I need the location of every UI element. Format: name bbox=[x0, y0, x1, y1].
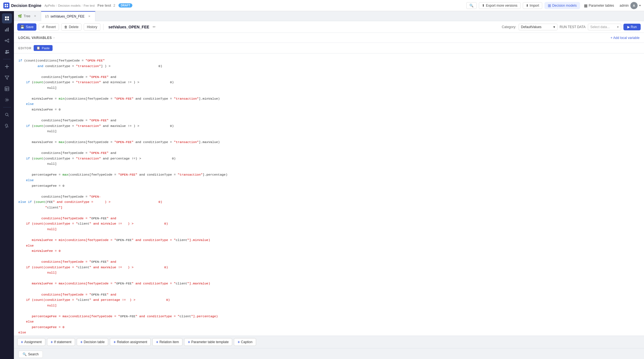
sidebar-item-users[interactable] bbox=[2, 47, 12, 57]
sidebar-item-search2[interactable] bbox=[2, 121, 12, 131]
parameter-tables-icon: ▦ bbox=[584, 3, 588, 8]
search-button-top[interactable]: 🔍 bbox=[466, 2, 477, 9]
editor-section: EDITOR 📋 Paste if (count(conditions[feeT… bbox=[14, 43, 644, 359]
sidebar-item-flow[interactable] bbox=[2, 36, 12, 46]
svg-rect-4 bbox=[5, 16, 7, 18]
sidebar-item-table[interactable] bbox=[2, 84, 12, 94]
sidebar-item-search[interactable] bbox=[2, 110, 12, 120]
chevron-down-icon-2: ▾ bbox=[617, 25, 619, 29]
toolbar: 💾 Save ↺ Revert 🗑 Delete History setValu… bbox=[14, 21, 644, 33]
sidebar-item-grid[interactable] bbox=[2, 13, 12, 23]
svg-point-28 bbox=[6, 113, 8, 116]
tree-icon: 🌿 bbox=[18, 14, 22, 18]
chevron-right-icon: › bbox=[53, 36, 54, 39]
toolbar-right: Category: DefaultValues ▾ RUN TEST DATA … bbox=[502, 24, 641, 30]
svg-rect-1 bbox=[7, 4, 8, 5]
revert-icon: ↺ bbox=[42, 25, 44, 29]
delete-icon: 🗑 bbox=[64, 25, 68, 29]
if-statement-button[interactable]: + If statement bbox=[47, 338, 75, 346]
svg-point-18 bbox=[8, 50, 9, 51]
sidebar-item-add[interactable] bbox=[2, 62, 12, 72]
svg-rect-21 bbox=[5, 66, 9, 67]
chevron-down-icon: ▾ bbox=[639, 4, 641, 7]
svg-rect-2 bbox=[5, 6, 6, 7]
history-button[interactable]: History bbox=[84, 23, 100, 31]
import-icon: ⬇ bbox=[526, 4, 529, 8]
breadcrumb: ApPello / Decision models / Fee test Fee… bbox=[44, 3, 464, 8]
decision-table-button[interactable]: + Decision table bbox=[77, 338, 108, 346]
content-area: 🌿 Tree ✕ ⟨/⟩ setValues_OPEN_FEE ✕ 💾 Save… bbox=[14, 11, 644, 359]
export-button[interactable]: ⬆ Export more versions bbox=[479, 2, 520, 9]
run-test-label: RUN TEST DATA bbox=[560, 25, 586, 29]
plus-icon-4: + bbox=[113, 340, 116, 344]
paste-button[interactable]: 📋 Paste bbox=[34, 45, 52, 51]
sidebar-item-filter[interactable] bbox=[2, 73, 12, 83]
search-row: 🔍 Search bbox=[14, 348, 644, 359]
sidebar bbox=[0, 11, 14, 359]
top-navigation: Decision Engine ApPello / Decision model… bbox=[0, 0, 644, 11]
search-icon-top: 🔍 bbox=[469, 4, 474, 8]
version-number: 2 bbox=[113, 4, 115, 8]
svg-rect-3 bbox=[7, 6, 8, 7]
svg-point-27 bbox=[6, 99, 8, 101]
assignment-button[interactable]: + Assignment bbox=[17, 338, 45, 346]
breadcrumb-current: Fee test bbox=[84, 4, 95, 7]
category-select[interactable]: DefaultValues ▾ bbox=[519, 24, 558, 30]
parameter-table-template-button[interactable]: + Parameter table template bbox=[184, 338, 232, 346]
select-data-dropdown[interactable]: Select data... ▾ bbox=[588, 24, 621, 30]
tab-set-values-close[interactable]: ✕ bbox=[87, 14, 91, 18]
sidebar-item-settings[interactable] bbox=[2, 95, 12, 105]
svg-rect-6 bbox=[5, 19, 7, 20]
page-title-inline: Fee test bbox=[98, 3, 111, 8]
bottom-toolbar: + Assignment + If statement + Decision t… bbox=[14, 336, 644, 348]
code-editor[interactable]: if (count(conditions[feeTypeCode = "OPEN… bbox=[14, 53, 644, 336]
breadcrumb-appello[interactable]: ApPello bbox=[44, 4, 55, 7]
svg-line-15 bbox=[6, 41, 8, 41]
chevron-down-icon: ▾ bbox=[553, 25, 555, 29]
svg-point-16 bbox=[6, 50, 7, 52]
svg-rect-0 bbox=[5, 4, 6, 5]
relation-assignment-button[interactable]: + Relation assignment bbox=[110, 338, 151, 346]
caption-button[interactable]: + Caption bbox=[234, 338, 256, 346]
search-icon-bottom: 🔍 bbox=[23, 352, 27, 356]
status-badge: DRAFT bbox=[118, 3, 132, 8]
plus-icon-6: + bbox=[188, 340, 190, 344]
local-vars-bar: LOCAL VARIABLES › + Add local variable bbox=[14, 33, 644, 43]
relation-item-button[interactable]: + Relation item bbox=[152, 338, 182, 346]
export-icon: ⬆ bbox=[482, 4, 485, 8]
app-name: Decision Engine bbox=[11, 3, 41, 8]
svg-rect-5 bbox=[7, 16, 9, 18]
editor-label: EDITOR bbox=[18, 46, 31, 50]
svg-point-30 bbox=[5, 124, 8, 126]
nav-tab-group: ⊞ Decision models ▦ Parameter tables bbox=[544, 2, 617, 9]
editor-label-row: EDITOR 📋 Paste bbox=[14, 43, 644, 53]
user-area[interactable]: admin A ▾ bbox=[620, 2, 641, 9]
import-button[interactable]: ⬇ Import bbox=[523, 2, 542, 9]
save-button[interactable]: 💾 Save bbox=[17, 23, 36, 31]
search-button-bottom[interactable]: 🔍 Search bbox=[18, 351, 43, 358]
tab-parameter-tables[interactable]: ▦ Parameter tables bbox=[581, 2, 617, 9]
svg-rect-7 bbox=[7, 19, 9, 20]
tabs-bar: 🌿 Tree ✕ ⟨/⟩ setValues_OPEN_FEE ✕ bbox=[14, 11, 644, 21]
svg-line-31 bbox=[7, 126, 8, 127]
tab-decision-models[interactable]: ⊞ Decision models bbox=[544, 2, 580, 9]
add-local-variable-button[interactable]: + Add local variable bbox=[611, 36, 640, 40]
save-icon: 💾 bbox=[20, 25, 24, 29]
tab-set-values[interactable]: ⟨/⟩ setValues_OPEN_FEE ✕ bbox=[41, 11, 95, 21]
main-layout: 🌿 Tree ✕ ⟨/⟩ setValues_OPEN_FEE ✕ 💾 Save… bbox=[0, 11, 644, 359]
plus-icon-2: + bbox=[51, 340, 53, 344]
tab-tree[interactable]: 🌿 Tree ✕ bbox=[14, 11, 41, 21]
run-button[interactable]: ▶ Run bbox=[623, 24, 641, 30]
sidebar-item-analytics[interactable] bbox=[2, 24, 12, 35]
tab-tree-close[interactable]: ✕ bbox=[33, 14, 37, 18]
edit-icon[interactable]: ✏ bbox=[153, 25, 156, 29]
code-icon: ⟨/⟩ bbox=[45, 14, 49, 18]
svg-line-29 bbox=[8, 115, 9, 117]
revert-button[interactable]: ↺ Revert bbox=[39, 23, 59, 31]
svg-line-14 bbox=[6, 40, 8, 40]
svg-point-12 bbox=[8, 39, 9, 40]
delete-button[interactable]: 🗑 Delete bbox=[61, 23, 82, 31]
plus-icon: + bbox=[21, 340, 23, 344]
svg-rect-8 bbox=[5, 29, 6, 31]
breadcrumb-decision-models[interactable]: Decision models bbox=[58, 4, 81, 7]
